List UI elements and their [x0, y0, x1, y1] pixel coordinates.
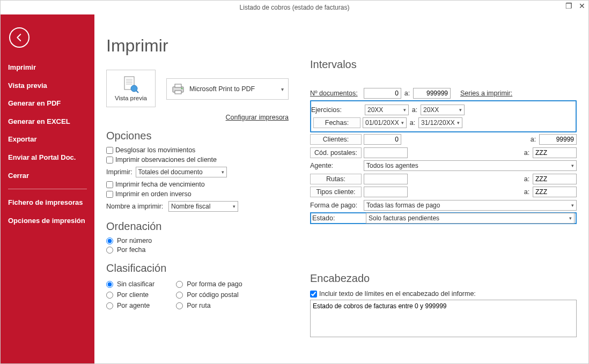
input-encabezado-text[interactable]	[310, 300, 577, 337]
sidebar-item-vista-previa[interactable]: Vista previa	[1, 77, 94, 95]
radio-sin-clasificar[interactable]	[106, 281, 113, 288]
chevron-down-icon: ▾	[281, 86, 284, 92]
clasificacion-title: Clasificación	[106, 262, 289, 274]
radio-por-cod-postal[interactable]	[176, 292, 183, 299]
input-tipos-from[interactable]	[364, 187, 408, 197]
sidebar-item-excel[interactable]: Generar en EXCEL	[1, 113, 94, 131]
lbl-observaciones: Imprimir observaciones del cliente	[115, 156, 217, 164]
dd-ejercicio-to[interactable]: 20XX▾	[421, 105, 465, 115]
printer-selector[interactable]: Microsoft Print to PDF ▾	[166, 78, 289, 100]
sidebar-divider	[8, 189, 87, 189]
chevron-down-icon: ▾	[233, 204, 235, 209]
lbl-ejercicios: Ejercicios:	[311, 106, 363, 114]
lbl-a2: a:	[411, 106, 418, 114]
opciones-title: Opciones	[106, 130, 289, 142]
preview-button-label: Vista previa	[115, 95, 147, 101]
chk-fecha-venc[interactable]	[106, 181, 113, 188]
radio-por-agente[interactable]	[106, 302, 113, 309]
intervalos-title: Intervalos	[310, 58, 577, 71]
lbl-imprimir: Imprimir:	[106, 168, 132, 176]
window-restore-icon[interactable]: ❐	[565, 2, 572, 10]
select-imprimir[interactable]: Totales del documento▾	[136, 167, 227, 177]
preview-button[interactable]: Vista previa	[106, 70, 156, 107]
svg-rect-8	[175, 84, 181, 87]
radio-por-forma-pago[interactable]	[176, 281, 183, 288]
input-codpost-to[interactable]	[533, 147, 577, 158]
input-codpost-from[interactable]	[364, 147, 408, 158]
input-ndoc-to[interactable]	[413, 88, 451, 99]
lbl-incluir-limites: Incluir texto de límites en el encabezad…	[319, 290, 476, 298]
highlight-ejercicios-fechas: Ejercicios: 20XX▾ a: 20XX▾ Fechas: 01/01…	[310, 100, 577, 132]
btn-cod-postales[interactable]: Cód. postales:	[310, 147, 362, 158]
chk-orden-inverso[interactable]	[106, 191, 113, 198]
input-clientes-to[interactable]	[539, 134, 577, 145]
radio-por-cliente[interactable]	[106, 292, 113, 299]
input-tipos-to[interactable]	[533, 187, 577, 197]
lbl-orden-inverso: Imprimir en orden inverso	[115, 190, 192, 198]
configure-printer-link[interactable]: Configurar impresora	[106, 114, 289, 121]
radio-por-numero[interactable]	[106, 237, 113, 244]
printer-icon	[171, 83, 185, 95]
lbl-a6: a:	[523, 175, 531, 183]
lbl-ndocumentos[interactable]: Nº documentos:	[310, 90, 362, 97]
radio-por-fecha[interactable]	[106, 247, 113, 254]
lbl-estado: Estado:	[312, 214, 364, 222]
dd-forma-pago[interactable]: Todas las formas de pago▾	[364, 200, 577, 211]
dd-ejercicio-from[interactable]: 20XX▾	[365, 105, 409, 115]
encabezado-title: Encabezado	[310, 272, 577, 285]
chk-desglosar[interactable]	[106, 147, 113, 154]
document-magnify-icon	[122, 76, 139, 94]
input-rutas-to[interactable]	[533, 174, 577, 184]
sidebar-item-fichero[interactable]: Fichero de impresoras	[1, 194, 94, 212]
select-nombre[interactable]: Nombre fiscal▾	[168, 201, 238, 212]
window-close-icon[interactable]: ✕	[579, 2, 585, 10]
highlight-estado: Estado: Solo facturas pendientes▾	[310, 212, 577, 224]
lbl-forma-pago: Forma de pago:	[310, 202, 362, 209]
ordenacion-title: Ordenación	[106, 220, 289, 233]
lbl-a7: a:	[523, 188, 531, 196]
lbl-nombre-imprimir: Nombre a imprimir:	[106, 203, 165, 210]
sidebar-item-exportar[interactable]: Exportar	[1, 130, 94, 148]
dd-fecha-to[interactable]: 31/12/20XX▾	[418, 117, 462, 128]
dd-estado[interactable]: Solo facturas pendientes▾	[366, 213, 575, 224]
lbl-agente: Agente:	[310, 162, 362, 169]
lbl-a3: a:	[409, 119, 416, 127]
lbl-por-fecha: Por fecha	[117, 246, 146, 254]
svg-line-6	[136, 91, 138, 93]
lbl-fecha-venc: Imprimir fecha de vencimiento	[115, 181, 205, 188]
back-button[interactable]	[9, 27, 30, 48]
window-title: Listado de cobros (estado de facturas)	[240, 4, 350, 11]
page-title: Imprimir	[106, 36, 289, 56]
sidebar: Imprimir Vista previa Generar en PDF Gen…	[1, 14, 94, 363]
btn-rutas[interactable]: Rutas:	[310, 174, 362, 184]
dd-fecha-from[interactable]: 01/01/20XX▾	[363, 117, 407, 128]
svg-rect-9	[175, 91, 181, 94]
sidebar-item-portal[interactable]: Enviar al Portal Doc.	[1, 148, 94, 167]
btn-tipos-cliente[interactable]: Tipos cliente:	[310, 187, 362, 197]
input-ndoc-from[interactable]	[364, 88, 401, 99]
arrow-left-icon	[14, 33, 24, 42]
chk-incluir-limites[interactable]	[310, 291, 317, 298]
lbl-desglosar: Desglosar los movimientos	[115, 146, 195, 154]
input-rutas-from[interactable]	[364, 174, 408, 184]
series-link[interactable]: Series a imprimir:	[460, 90, 512, 97]
window-titlebar: Listado de cobros (estado de facturas) ❐…	[1, 1, 588, 14]
lbl-a5: a:	[523, 149, 531, 157]
input-clientes-from[interactable]	[364, 134, 401, 145]
printer-name: Microsoft Print to PDF	[189, 85, 255, 93]
btn-fechas[interactable]: Fechas:	[313, 117, 360, 128]
lbl-a4: a:	[529, 136, 537, 143]
btn-clientes[interactable]: Clientes:	[310, 134, 362, 145]
sidebar-item-opciones[interactable]: Opciones de impresión	[1, 212, 94, 230]
radio-por-ruta[interactable]	[176, 302, 183, 309]
chk-observaciones[interactable]	[106, 157, 113, 164]
lbl-por-numero: Por número	[117, 237, 152, 244]
chevron-down-icon: ▾	[222, 169, 224, 175]
sidebar-item-cerrar[interactable]: Cerrar	[1, 167, 94, 185]
svg-point-10	[181, 88, 183, 90]
sidebar-item-imprimir[interactable]: Imprimir	[1, 58, 94, 77]
dd-agente[interactable]: Todos los agentes▾	[364, 160, 577, 171]
lbl-a1: a:	[403, 90, 411, 97]
sidebar-item-pdf[interactable]: Generar en PDF	[1, 94, 94, 113]
